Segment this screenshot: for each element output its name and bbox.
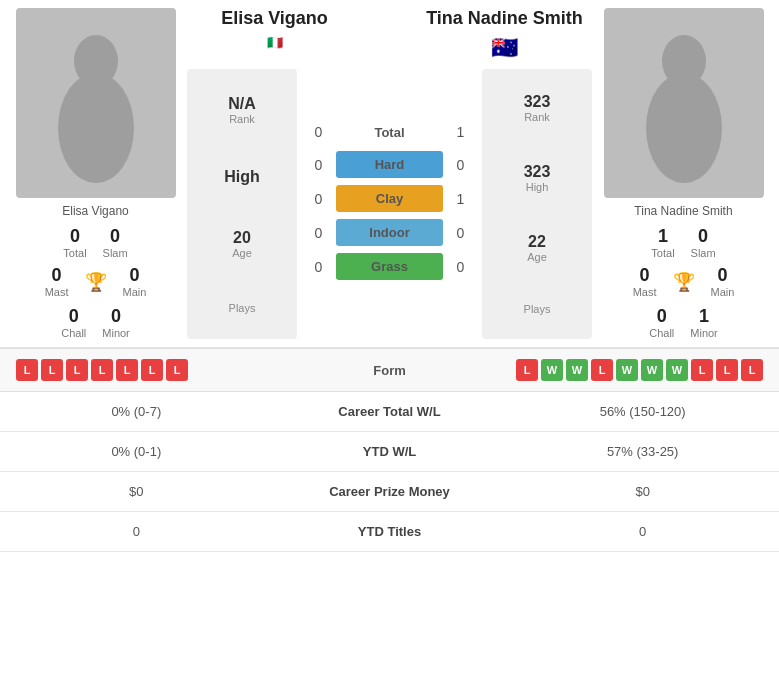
grass-score-row: 0 Grass 0 <box>301 253 478 280</box>
right-hard-score: 0 <box>443 157 478 173</box>
svg-point-3 <box>646 73 722 183</box>
form-badge-right: L <box>691 359 713 381</box>
indoor-score-row: 0 Indoor 0 <box>301 219 478 246</box>
right-stats-row1: 1 Total 0 Slam <box>651 226 715 259</box>
left-indoor-score: 0 <box>301 225 336 241</box>
right-minor-label: Minor <box>690 327 718 339</box>
right-rank-value: 323 <box>524 93 551 111</box>
left-form-badges: LLLLLLL <box>16 359 330 381</box>
left-total-cell: 0 Total <box>63 226 86 259</box>
hard-button[interactable]: Hard <box>336 151 443 178</box>
left-player-name-label: Elisa Vigano <box>62 204 129 218</box>
left-rank-block: N/A Rank <box>195 89 289 131</box>
stat-label: YTD W/L <box>273 432 507 472</box>
left-main-value: 0 <box>129 265 139 286</box>
right-trophy-row: 0 Mast 🏆 0 Main <box>633 265 735 298</box>
form-badge-right: W <box>616 359 638 381</box>
form-badge-left: L <box>116 359 138 381</box>
left-trophy-row: 0 Mast 🏆 0 Main <box>45 265 147 298</box>
form-badge-left: L <box>91 359 113 381</box>
right-minor-value: 1 <box>699 306 709 327</box>
right-grass-score: 0 <box>443 259 478 275</box>
total-label: Total <box>336 125 443 140</box>
right-slam-cell: 0 Slam <box>691 226 716 259</box>
left-info-panel: N/A Rank High 20 Age Plays <box>187 69 297 339</box>
left-stats-row1: 0 Total 0 Slam <box>63 226 127 259</box>
stat-right-value: 0 <box>506 512 779 552</box>
right-age-value: 22 <box>528 233 546 251</box>
left-high-block: High <box>195 162 289 192</box>
left-slam-cell: 0 Slam <box>103 226 128 259</box>
right-chall-cell: 0 Chall <box>649 306 674 339</box>
left-chall-label: Chall <box>61 327 86 339</box>
surface-scores-col: 0 Total 1 0 Hard 0 0 Clay 1 <box>301 69 478 339</box>
right-total-score: 1 <box>443 124 478 140</box>
table-row: 0% (0-7) Career Total W/L 56% (150-120) <box>0 392 779 432</box>
left-slam-label: Slam <box>103 247 128 259</box>
left-player-name-header: Elisa Vigano <box>187 8 362 29</box>
right-info-panel: 323 Rank 323 High 22 Age Plays <box>482 69 592 339</box>
right-rank-block: 323 Rank <box>490 87 584 129</box>
left-player-photo <box>16 8 176 198</box>
left-trophy-icon: 🏆 <box>85 271 107 293</box>
left-grass-score: 0 <box>301 259 336 275</box>
right-mast-label: Mast <box>633 286 657 298</box>
left-mast-value: 0 <box>52 265 62 286</box>
left-mast-cell: 0 Mast <box>45 265 69 298</box>
right-age-block: 22 Age <box>490 227 584 269</box>
clay-button[interactable]: Clay <box>336 185 443 212</box>
left-chall-value: 0 <box>69 306 79 327</box>
stat-right-value: 56% (150-120) <box>506 392 779 432</box>
right-age-label: Age <box>527 251 547 263</box>
stat-right-value: 57% (33-25) <box>506 432 779 472</box>
left-plays-block: Plays <box>195 296 289 320</box>
right-plays-label: Plays <box>524 303 551 315</box>
right-form-badges: LWWLWWWLLL <box>450 359 764 381</box>
right-indoor-score: 0 <box>443 225 478 241</box>
stat-left-value: 0 <box>0 512 273 552</box>
center-main-content: N/A Rank High 20 Age Plays <box>187 69 592 339</box>
right-clay-score: 1 <box>443 191 478 207</box>
right-chall-label: Chall <box>649 327 674 339</box>
right-player-name-label: Tina Nadine Smith <box>634 204 732 218</box>
right-main-label: Main <box>711 286 735 298</box>
right-slam-label: Slam <box>691 247 716 259</box>
left-age-value: 20 <box>233 229 251 247</box>
right-main-value: 0 <box>717 265 727 286</box>
right-main-cell: 0 Main <box>711 265 735 298</box>
stat-label: YTD Titles <box>273 512 507 552</box>
top-section: Elisa Vigano 0 Total 0 Slam 0 Mast 🏆 <box>0 0 779 347</box>
right-rank-label: Rank <box>524 111 550 123</box>
right-stats-row3: 0 Chall 1 Minor <box>649 306 718 339</box>
form-badge-right: W <box>541 359 563 381</box>
stat-left-value: 0% (0-7) <box>0 392 273 432</box>
right-plays-block: Plays <box>490 297 584 321</box>
table-row: $0 Career Prize Money $0 <box>0 472 779 512</box>
center-column: Elisa Vigano Tina Nadine Smith 🇮🇹 🇦🇺 N/A <box>187 8 592 339</box>
career-stats-table: 0% (0-7) Career Total W/L 56% (150-120) … <box>0 392 779 552</box>
grass-button[interactable]: Grass <box>336 253 443 280</box>
form-badge-left: L <box>141 359 163 381</box>
stat-label: Career Total W/L <box>273 392 507 432</box>
table-row: 0% (0-1) YTD W/L 57% (33-25) <box>0 432 779 472</box>
table-row: 0 YTD Titles 0 <box>0 512 779 552</box>
left-minor-label: Minor <box>102 327 130 339</box>
left-slam-value: 0 <box>110 226 120 247</box>
left-player-column: Elisa Vigano 0 Total 0 Slam 0 Mast 🏆 <box>8 8 183 339</box>
stat-right-value: $0 <box>506 472 779 512</box>
flags-row: 🇮🇹 🇦🇺 <box>187 35 592 61</box>
right-total-value: 1 <box>658 226 668 247</box>
form-badge-right: L <box>741 359 763 381</box>
right-trophy-icon: 🏆 <box>673 271 695 293</box>
right-total-label: Total <box>651 247 674 259</box>
player-names-header: Elisa Vigano Tina Nadine Smith <box>187 8 592 29</box>
main-container: Elisa Vigano 0 Total 0 Slam 0 Mast 🏆 <box>0 0 779 552</box>
right-total-cell: 1 Total <box>651 226 674 259</box>
form-badge-right: L <box>516 359 538 381</box>
left-total-label: Total <box>63 247 86 259</box>
left-hard-score: 0 <box>301 157 336 173</box>
clay-score-row: 0 Clay 1 <box>301 185 478 212</box>
flags-center <box>362 8 417 29</box>
indoor-button[interactable]: Indoor <box>336 219 443 246</box>
left-plays-label: Plays <box>229 302 256 314</box>
